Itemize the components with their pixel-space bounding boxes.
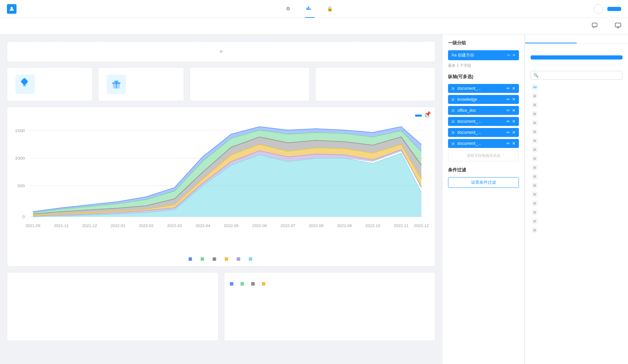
y-axis-chip-delete-0[interactable]: ✕ — [512, 86, 515, 91]
y-axis-chip-label-1: knowledge — [457, 97, 504, 102]
search-icon: 🔍 — [533, 73, 539, 78]
field-type-icon-15: ⊞ — [532, 227, 537, 233]
field-item-create-month[interactable]: Aa — [531, 83, 622, 92]
fields-section: 🔍 Aa ⊞ ⊞ — [531, 68, 622, 235]
field-search-input[interactable] — [531, 71, 622, 80]
group-chip-delete[interactable]: ✕ — [512, 53, 515, 57]
svg-rect-3 — [310, 9, 311, 10]
field-type-icon-5: ⊞ — [532, 138, 537, 143]
svg-text:500: 500 — [18, 184, 25, 188]
y-axis-chip-1[interactable]: ⊞ knowledge ✏ ✕ — [448, 95, 519, 104]
update-data-button[interactable] — [531, 55, 622, 60]
y-axis-chip-4[interactable]: ⊞ document_... ✏ ✕ — [448, 128, 519, 137]
field-item-document-upload[interactable]: ⊞ — [531, 118, 622, 127]
tab-page-permissions[interactable]: 🔒 — [326, 0, 336, 18]
field-type-icon-11: ⊞ — [532, 192, 537, 197]
field-item-document-map[interactable]: ⊞ — [531, 127, 622, 136]
tab-page-settings[interactable]: ⚙ — [285, 0, 294, 18]
y-axis-chip-0[interactable]: ⊞ document_... ✏ ✕ — [448, 84, 519, 93]
right-panel: 🔍 Aa ⊞ ⊞ — [525, 34, 628, 364]
legend-dot-document-xlsx — [189, 257, 192, 261]
y-axis-chip-edit-2[interactable]: ✏ — [507, 108, 510, 113]
y-axis-chip-3[interactable]: ⊞ document_... ✏ ✕ — [448, 117, 519, 126]
bar-legend-dot-office-doc — [251, 282, 255, 286]
filter-icon[interactable] — [603, 22, 609, 30]
y-axis-chip-label-3: document_... — [457, 119, 504, 124]
y-axis-chip-label-5: document_... — [457, 141, 504, 146]
area-chart-svg: 1500 1000 500 0 2021-09 2021-11 2021-12 … — [13, 124, 429, 251]
tab-chart-design[interactable] — [305, 0, 315, 18]
group-chip-edit[interactable]: ✏ — [507, 53, 510, 57]
field-type-icon-12: ⊞ — [532, 201, 537, 206]
field-item-md[interactable]: ⊞ — [531, 136, 622, 145]
pin-icon[interactable]: 📌 — [425, 111, 431, 117]
field-item-knowledge[interactable]: ⊞ — [531, 100, 622, 109]
field-type-icon-13: ⊞ — [532, 210, 537, 215]
field-item-directory[interactable]: ⊞ — [531, 154, 622, 163]
y-axis-chip-label-0: document_... — [457, 86, 504, 91]
y-axis-chip-2[interactable]: ⊞ office_doc ✏ ✕ — [448, 106, 519, 115]
monitor-icon[interactable] — [615, 22, 621, 30]
y-axis-chip-edit-1[interactable]: ✏ — [507, 97, 510, 102]
filter-title: 条件过滤 — [448, 167, 519, 173]
stacked-chart-section: 📌 1500 1000 500 0 — [7, 107, 435, 267]
y-axis-chip-5[interactable]: ⊞ document_... ✏ ✕ — [448, 139, 519, 148]
field-item-office-ppt[interactable]: ⊞ — [531, 172, 622, 181]
field-type-icon-2: ⊞ — [532, 111, 537, 117]
group-chip[interactable]: Aa 创建月份 ✏ ✕ — [448, 50, 519, 60]
y-axis-drop-zone[interactable]: 请将字段拖拽至此处 — [448, 150, 519, 161]
svg-text:2022-05: 2022-05 — [224, 224, 238, 228]
field-type-icon-9: ⊞ — [532, 174, 537, 179]
legend-document-xlsx — [189, 257, 194, 261]
divider-1 — [531, 65, 622, 65]
field-item-xmind[interactable]: ⊞ — [531, 217, 622, 226]
svg-text:2022-07: 2022-07 — [280, 224, 295, 228]
y-axis-chip-delete-3[interactable]: ✕ — [512, 119, 515, 124]
field-item-office-pdf[interactable]: ⊞ — [531, 208, 622, 217]
legend-knowledge — [201, 257, 206, 261]
svg-text:2021-11: 2021-11 — [54, 224, 69, 228]
chart-type-badge[interactable] — [415, 115, 422, 117]
chart-header — [13, 113, 429, 118]
y-axis-chip-delete-4[interactable]: ✕ — [512, 130, 515, 135]
y-axis-chip-edit-4[interactable]: ✏ — [507, 130, 510, 135]
filter-section: 条件过滤 设置条件过滤 — [448, 167, 519, 188]
stat-card-orders: S — [7, 67, 93, 101]
stat-card-peak — [98, 67, 184, 101]
legend-dot-document-map — [237, 257, 240, 261]
y-axis-chip-delete-2[interactable]: ✕ — [512, 108, 515, 113]
svg-rect-2 — [308, 7, 309, 10]
legend-document-flow — [249, 257, 254, 261]
field-item-office-xlsx[interactable]: ⊞ — [531, 181, 622, 190]
help-button[interactable] — [594, 4, 603, 14]
add-section[interactable]: + — [7, 41, 435, 62]
svg-text:2022-01: 2022-01 — [110, 224, 125, 228]
gift-icon — [107, 75, 126, 94]
comment-icon[interactable] — [592, 22, 598, 30]
field-type-icon-8: ⊞ — [532, 165, 537, 170]
field-item-url-address[interactable]: ⊞ — [531, 163, 622, 172]
bar-legend-office-doc — [251, 282, 256, 286]
tab-data-settings[interactable] — [525, 34, 577, 43]
stat-card-inventory — [315, 67, 435, 101]
filter-button[interactable]: 设置条件过滤 — [448, 177, 519, 188]
legend-office-doc — [213, 257, 218, 261]
y-axis-chip-delete-1[interactable]: ✕ — [512, 97, 515, 102]
field-item-document-flow[interactable]: ⊞ — [531, 145, 622, 154]
field-item-document-xlsx[interactable]: ⊞ — [531, 92, 622, 100]
y-axis-chip-edit-5[interactable]: ✏ — [507, 141, 510, 146]
bar-chart-section — [224, 272, 436, 341]
add-icon: + — [219, 48, 223, 56]
y-axis-chip-edit-3[interactable]: ✏ — [507, 119, 510, 124]
field-item-office-doc[interactable]: ⊞ — [531, 109, 622, 118]
field-item-office-csv[interactable]: ⊞ — [531, 226, 622, 235]
y-axis-chip-edit-0[interactable]: ✏ — [507, 86, 510, 91]
chart-container: 1500 1000 500 0 2021-09 2021-11 2021-12 … — [13, 124, 429, 255]
save-button[interactable] — [607, 7, 621, 11]
tab-other-settings[interactable] — [577, 34, 628, 43]
field-item-document-unrecog[interactable]: ⊞ — [531, 190, 622, 199]
field-type-icon-month: Aa — [532, 84, 537, 90]
field-item-document-html[interactable]: ⊞ — [531, 199, 622, 208]
svg-text:S: S — [23, 82, 25, 87]
y-axis-chip-delete-5[interactable]: ✕ — [512, 141, 515, 146]
